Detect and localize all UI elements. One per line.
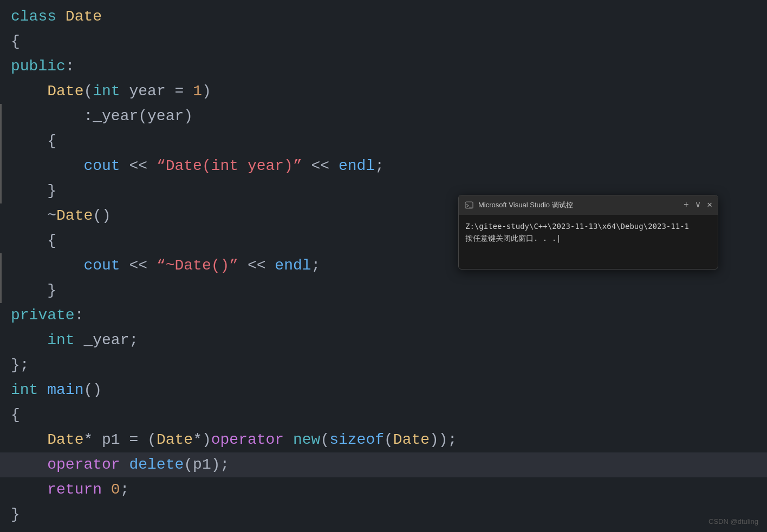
code-line: }; [0, 353, 767, 378]
terminal-line-2: 按任意键关闭此窗口. . .| [465, 232, 711, 244]
line-indicator [0, 403, 4, 428]
token-kw-int: int [93, 83, 120, 100]
line-content: int _year; [11, 328, 138, 353]
line-content: ~Date() [11, 203, 111, 228]
token-plain [102, 481, 111, 498]
line-content: return 0; [11, 477, 129, 502]
token-punct: ( [83, 83, 93, 100]
token-punct: = [129, 431, 138, 448]
token-punct: ; [129, 332, 138, 349]
token-punct: * [83, 431, 93, 448]
token-plain [184, 83, 193, 100]
token-kw-return: return [47, 481, 102, 498]
line-indicator [0, 203, 4, 228]
terminal-close-btn[interactable]: ✕ [707, 201, 712, 209]
token-class-name: Date [47, 431, 83, 448]
token-punct: ); [211, 456, 230, 473]
code-line: cout << “Date(int year)” << endl; [0, 154, 767, 179]
token-plain [266, 257, 275, 274]
line-content: Date(int year = 1) [11, 79, 211, 104]
line-indicator [0, 477, 4, 502]
token-kw-int: int [11, 382, 38, 398]
token-func-name: cout [83, 257, 120, 274]
terminal-add-btn[interactable]: + [684, 201, 689, 209]
line-indicator [0, 79, 4, 104]
token-func-name: delete [129, 456, 184, 473]
token-punct: ; [375, 157, 384, 174]
line-content: } [11, 502, 20, 527]
token-punct: { [47, 232, 56, 249]
token-kw-public: public [11, 58, 66, 75]
line-content: } [11, 278, 56, 303]
code-line: } [0, 278, 767, 303]
line-indicator [0, 502, 4, 527]
code-line: int main() [0, 378, 767, 403]
token-punct: : [66, 58, 75, 75]
line-indicator [0, 29, 4, 54]
line-content: public: [11, 54, 75, 79]
line-indicator [0, 328, 4, 353]
line-indicator [0, 4, 4, 29]
token-punct: } [47, 282, 56, 299]
line-content: cout << “~Date()” << endl; [11, 253, 320, 278]
token-kw-private: private [11, 307, 75, 324]
token-class-name: Date [56, 207, 93, 224]
line-indicator [0, 129, 4, 154]
token-punct: << [129, 257, 147, 274]
token-member-var: _year [83, 332, 129, 349]
code-line: { [0, 29, 767, 54]
token-punct: : [75, 307, 84, 324]
token-punct: ) [202, 83, 211, 100]
token-func-name: endl [339, 157, 375, 174]
token-punct: ( [384, 431, 393, 448]
code-line: public: [0, 54, 767, 79]
line-content: cout << “Date(int year)” << endl; [11, 154, 384, 179]
token-class-name: Date [47, 83, 83, 100]
terminal-popup: Microsoft Visual Studio 调试控 + ∨ ✕ Z:\git… [458, 195, 718, 270]
token-class-name: Date [157, 431, 193, 448]
terminal-titlebar: Microsoft Visual Studio 调试控 + ∨ ✕ [459, 195, 718, 215]
token-plain: year [120, 83, 175, 100]
code-line: } [0, 502, 767, 527]
line-indicator [0, 228, 4, 253]
token-var-name: year [147, 108, 184, 124]
token-punct: () [93, 207, 111, 224]
terminal-title: Microsoft Visual Studio 调试控 [478, 200, 679, 210]
token-member-var: _year [93, 108, 138, 124]
token-plain [238, 257, 248, 274]
token-punct: { [47, 133, 56, 149]
token-punct: )); [430, 431, 457, 448]
token-kw-int: int [47, 332, 74, 349]
token-var-name: p1 [193, 456, 211, 473]
token-number-lit: 0 [111, 481, 120, 498]
token-punct: ) [184, 108, 193, 124]
line-indicator [0, 428, 4, 452]
token-kw-class: class [11, 8, 66, 25]
line-content: { [11, 228, 56, 253]
token-punct: ( [184, 456, 193, 473]
line-indicator [0, 378, 4, 403]
code-line: Date* p1 = (Date*)operator new(sizeof(Da… [0, 428, 767, 452]
token-punct: { [11, 406, 20, 423]
token-punct: ( [147, 431, 157, 448]
watermark: CSDN @dtuling [708, 517, 758, 526]
code-line: return 0; [0, 477, 767, 502]
token-punct: *) [193, 431, 211, 448]
token-func-name: main [47, 382, 83, 398]
token-plain [147, 257, 157, 274]
token-punct: () [83, 382, 102, 398]
token-func-name: cout [83, 157, 120, 174]
line-content: :_year(year) [11, 104, 193, 129]
line-content: int main() [11, 378, 102, 403]
terminal-more-btn[interactable]: ∨ [696, 201, 701, 209]
token-plain [38, 382, 47, 398]
token-plain [329, 157, 339, 174]
line-content: private: [11, 303, 83, 328]
line-indicator [0, 253, 4, 278]
line-content: class Date [11, 4, 102, 29]
code-line: operator delete(p1); [0, 452, 767, 477]
token-func-name: sizeof [329, 431, 384, 448]
token-kw-class: new [293, 431, 320, 448]
token-tilde: ~ [47, 207, 56, 224]
token-operator-kw: operator [47, 456, 120, 473]
